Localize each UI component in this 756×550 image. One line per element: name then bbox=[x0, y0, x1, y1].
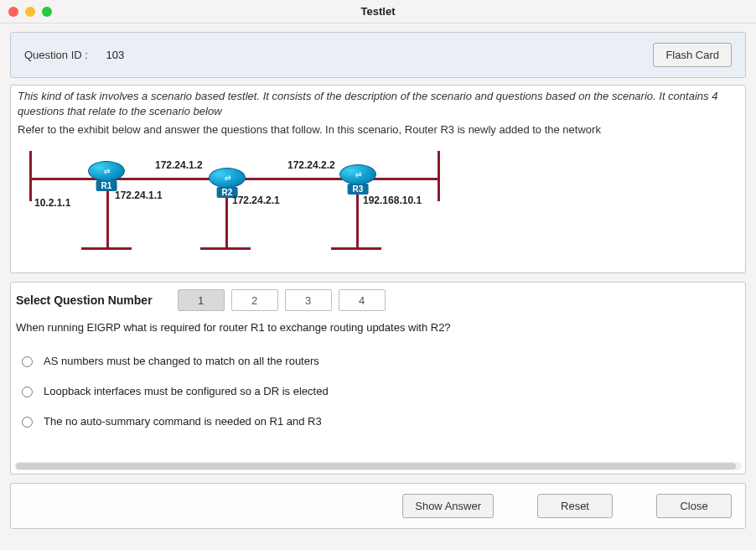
ip-label-r2-right: 172.24.2.1 bbox=[232, 195, 280, 206]
show-answer-button[interactable]: Show Answer bbox=[402, 494, 494, 518]
ip-label-r3-right: 192.168.10.1 bbox=[363, 195, 422, 206]
question-id-label: Question ID : bbox=[24, 49, 88, 61]
router-r2-icon: ⇄ bbox=[209, 168, 246, 188]
close-button[interactable]: Close bbox=[656, 494, 732, 518]
question-tab-1[interactable]: 1 bbox=[178, 289, 225, 311]
diagram-wire bbox=[438, 151, 440, 201]
diagram-wire bbox=[81, 247, 132, 250]
scenario-intro-text: This kind of task involves a scenario ba… bbox=[18, 89, 737, 118]
ip-label-r3-left: 172.24.2.2 bbox=[287, 159, 335, 171]
window-title: Testlet bbox=[0, 5, 756, 18]
ip-label-r2-left: 172.24.1.2 bbox=[155, 159, 203, 171]
answer-radio-2[interactable] bbox=[22, 387, 33, 397]
app-body: Question ID : 103 Flash Card This kind o… bbox=[0, 23, 756, 529]
answer-option[interactable]: The no auto-summary command is needed on… bbox=[11, 406, 745, 436]
flash-card-button[interactable]: Flash Card bbox=[653, 43, 732, 67]
answer-option-label: AS numbers must be changed to match on a… bbox=[44, 355, 319, 367]
router-r3-icon: ⇄ bbox=[339, 164, 376, 184]
answer-radio-3[interactable] bbox=[22, 417, 33, 428]
question-tab-4[interactable]: 4 bbox=[339, 289, 386, 311]
network-diagram: ⇄ ⇄ ⇄ 10.2.1.1 172.24.1.1 172.24.1.2 172… bbox=[23, 143, 450, 260]
question-text: When running EIGRP what is required for … bbox=[11, 319, 745, 345]
horizontal-scrollbar-thumb[interactable] bbox=[16, 463, 736, 470]
diagram-wire bbox=[331, 247, 381, 250]
question-tab-3[interactable]: 3 bbox=[285, 289, 332, 311]
answer-option-label: Loopback interfaces must be configured s… bbox=[44, 385, 329, 397]
select-question-label: Select Question Number bbox=[16, 293, 153, 307]
scenario-instruction-text: Refer to the exhibit below and answer th… bbox=[18, 123, 737, 136]
question-selector-row: Select Question Number 1 2 3 4 bbox=[11, 283, 745, 319]
diagram-wire bbox=[200, 247, 251, 250]
header-panel: Question ID : 103 Flash Card bbox=[10, 32, 746, 78]
question-tab-2[interactable]: 2 bbox=[231, 289, 278, 311]
router-r1-icon: ⇄ bbox=[88, 161, 125, 181]
ip-label-r1-left: 10.2.1.1 bbox=[34, 197, 70, 209]
titlebar: Testlet bbox=[0, 0, 756, 23]
horizontal-scrollbar[interactable] bbox=[14, 462, 742, 470]
answer-radio-1[interactable] bbox=[22, 356, 33, 367]
ip-label-r1-right: 172.24.1.1 bbox=[115, 189, 163, 201]
reset-button[interactable]: Reset bbox=[537, 494, 613, 518]
answer-option[interactable]: Loopback interfaces must be configured s… bbox=[11, 376, 745, 406]
question-id-value: 103 bbox=[106, 49, 125, 61]
diagram-wire bbox=[29, 151, 32, 201]
answer-option-label: The no auto-summary command is needed on… bbox=[44, 415, 322, 428]
question-id-group: Question ID : 103 bbox=[24, 49, 124, 61]
footer-panel: Show Answer Reset Close bbox=[10, 483, 746, 529]
scenario-panel[interactable]: This kind of task involves a scenario ba… bbox=[10, 85, 746, 273]
question-panel[interactable]: Select Question Number 1 2 3 4 When runn… bbox=[10, 282, 746, 475]
answer-option[interactable]: AS numbers must be changed to match on a… bbox=[11, 345, 745, 376]
